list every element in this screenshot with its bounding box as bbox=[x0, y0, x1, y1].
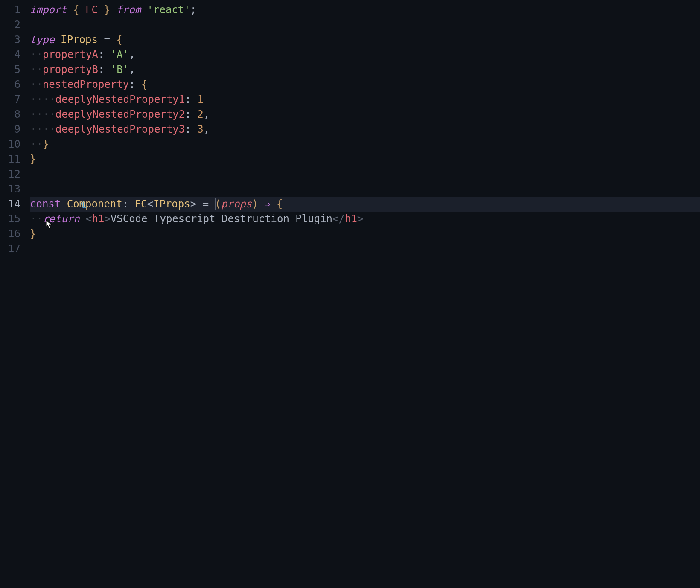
prop-deeplyNestedProperty1: deeplyNestedProperty1 bbox=[55, 93, 185, 105]
type-iprops: IProps bbox=[61, 34, 98, 46]
string-A: 'A' bbox=[111, 49, 129, 61]
line-number: 1 bbox=[0, 3, 20, 17]
line-number-gutter: 1 2 3 4 5 6 7 8 9 10 11 12 13 14 15 16 1… bbox=[0, 3, 30, 588]
line-number: 4 bbox=[0, 47, 20, 62]
code-line[interactable]: ····deeplyNestedProperty1: 1 bbox=[30, 92, 700, 107]
code-line[interactable]: ··propertyA: 'A', bbox=[30, 47, 700, 62]
line-number: 11 bbox=[0, 152, 20, 167]
line-number: 16 bbox=[0, 227, 20, 242]
line-number: 12 bbox=[0, 167, 20, 182]
code-line[interactable]: import { FC } from 'react'; bbox=[30, 3, 700, 17]
line-number: 7 bbox=[0, 92, 20, 107]
jsx-text: VSCode Typescript Destruction Plugin bbox=[111, 213, 332, 225]
code-line[interactable]: ··nestedProperty: { bbox=[30, 77, 700, 92]
identifier-fc: FC bbox=[85, 4, 98, 16]
keyword-return: return bbox=[43, 213, 80, 225]
code-editor[interactable]: 1 2 3 4 5 6 7 8 9 10 11 12 13 14 15 16 1… bbox=[0, 0, 700, 588]
type-IProps: IProps bbox=[153, 198, 190, 210]
paren-open: ( bbox=[215, 198, 221, 210]
line-number: 3 bbox=[0, 32, 20, 47]
line-number: 17 bbox=[0, 242, 20, 256]
code-line[interactable]: ····deeplyNestedProperty3: 3, bbox=[30, 122, 700, 137]
number-2: 2 bbox=[197, 108, 203, 120]
code-line[interactable] bbox=[30, 167, 700, 182]
code-line[interactable] bbox=[30, 242, 700, 256]
code-line[interactable]: const Component: FC<IProps> = (props) ⇒ … bbox=[30, 197, 700, 212]
line-number: 10 bbox=[0, 137, 20, 152]
tag-h1-close: h1 bbox=[345, 213, 357, 225]
code-line[interactable]: ··propertyB: 'B', bbox=[30, 62, 700, 77]
keyword-import: import bbox=[30, 4, 67, 16]
code-line[interactable]: ····deeplyNestedProperty2: 2, bbox=[30, 107, 700, 122]
number-3: 3 bbox=[197, 123, 203, 135]
prop-deeplyNestedProperty2: deeplyNestedProperty2 bbox=[55, 108, 185, 120]
prop-propertyB: propertyB bbox=[43, 64, 98, 76]
identifier-Component: Component bbox=[67, 198, 122, 210]
code-line[interactable] bbox=[30, 17, 700, 32]
code-line[interactable]: ··return <h1>VSCode Typescript Destructi… bbox=[30, 212, 700, 227]
string-B: 'B' bbox=[111, 64, 129, 76]
prop-nestedProperty: nestedProperty bbox=[43, 79, 129, 90]
code-line[interactable]: type IProps = { bbox=[30, 32, 700, 47]
string-react: 'react' bbox=[147, 4, 190, 16]
lightbulb-icon[interactable] bbox=[30, 183, 38, 191]
prop-deeplyNestedProperty3: deeplyNestedProperty3 bbox=[55, 123, 185, 135]
line-number: 14 bbox=[0, 197, 20, 212]
code-line[interactable]: } bbox=[30, 152, 700, 167]
keyword-type: type bbox=[30, 34, 55, 46]
line-number: 8 bbox=[0, 107, 20, 122]
line-number: 2 bbox=[0, 17, 20, 32]
code-line[interactable] bbox=[30, 182, 700, 197]
line-number: 13 bbox=[0, 182, 20, 197]
type-FC: FC bbox=[135, 198, 147, 210]
line-number: 6 bbox=[0, 77, 20, 92]
line-number: 15 bbox=[0, 212, 20, 227]
paren-close: ) bbox=[252, 198, 258, 210]
tag-h1-open: h1 bbox=[92, 213, 105, 225]
prop-propertyA: propertyA bbox=[43, 49, 98, 61]
code-line[interactable]: } bbox=[30, 227, 700, 242]
keyword-from: from bbox=[116, 4, 141, 16]
arrow: ⇒ bbox=[264, 198, 270, 210]
code-line[interactable]: ··} bbox=[30, 137, 700, 152]
line-number: 5 bbox=[0, 62, 20, 77]
keyword-const: const bbox=[30, 198, 61, 210]
param-props: props bbox=[221, 198, 252, 210]
line-number: 9 bbox=[0, 122, 20, 137]
code-content[interactable]: import { FC } from 'react'; type IProps … bbox=[30, 3, 700, 588]
number-1: 1 bbox=[197, 93, 203, 105]
